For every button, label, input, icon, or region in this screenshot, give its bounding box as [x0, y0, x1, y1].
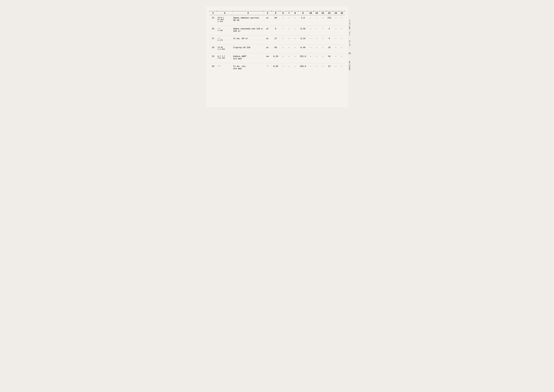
- row-col12: –: [320, 53, 326, 62]
- side-label-mid: (у.1): [349, 40, 351, 46]
- header-col-8: 8: [292, 11, 298, 15]
- page: I 2 3 4 5 6 7 8 9 IO II I2 I3 I4 I5: [206, 6, 348, 107]
- row-id: I8: [209, 44, 217, 52]
- row-col14: –: [333, 53, 339, 62]
- row-col10: –: [308, 35, 314, 43]
- table-row: 20–"–То же, сеч. 3х4 мм2"0,05–––268,0–––…: [209, 63, 345, 72]
- row-col9: 268,0: [298, 63, 308, 72]
- row-col15: –: [339, 53, 345, 62]
- row-col10: –: [308, 53, 314, 62]
- row-col7: –: [286, 35, 292, 43]
- row-id: I6: [209, 26, 217, 34]
- row-col7: –: [286, 53, 292, 62]
- row-col8: –: [292, 35, 298, 43]
- row-col15: –: [339, 35, 345, 43]
- row-col9: 0,40: [298, 44, 308, 52]
- row-col14: –: [333, 44, 339, 52]
- row-col12: –: [320, 35, 326, 43]
- row-unit: км: [264, 53, 271, 62]
- side-label-num2: 18078-05: [349, 61, 351, 70]
- row-col13: I32: [326, 15, 333, 24]
- row-col12: –: [320, 26, 326, 34]
- row-desc: То же, сеч. 3х4 мм2: [232, 63, 264, 72]
- row-ref: –"– п.I75: [217, 35, 232, 43]
- row-col9: I8I,0: [298, 53, 308, 62]
- header-col-7: 7: [286, 11, 292, 15]
- row-unit: ": [264, 63, 271, 72]
- spacer-row: [209, 52, 345, 53]
- table-container: I 2 3 4 5 6 7 8 9 IO II I2 I3 I4 I5: [209, 11, 345, 73]
- spacer-row: [209, 43, 345, 44]
- row-col6: –: [280, 53, 286, 62]
- row-id: I9: [209, 53, 217, 62]
- row-col11: –: [314, 15, 320, 24]
- row-col10: –: [308, 26, 314, 34]
- row-col15: –: [339, 15, 345, 24]
- row-col15: –: [339, 26, 345, 34]
- header-col-15: I5: [339, 11, 345, 15]
- header-col-2: 2: [217, 11, 232, 15]
- header-col-4: 4: [264, 11, 271, 15]
- row-col13: 26: [326, 44, 333, 52]
- row-col8: –: [292, 15, 298, 24]
- row-col5: 66: [271, 15, 280, 24]
- header-col-5: 5: [271, 11, 280, 15]
- table-row: I8I6-08 п.6-003Стартер СК-220шт66–––0,40…: [209, 44, 345, 52]
- row-col7: –: [286, 26, 292, 34]
- row-col8: –: [292, 26, 298, 34]
- spacer-row: [209, 24, 345, 26]
- spacer-row: [209, 62, 345, 63]
- header-col-11: II: [314, 11, 320, 15]
- row-desc: Стартер СК-220: [232, 44, 264, 52]
- row-col12: –: [320, 44, 326, 52]
- table-body: I5Сб.№ I МТ-092 п.329Лампа люминес-центн…: [209, 15, 345, 73]
- main-table: I 2 3 4 5 6 7 8 9 IO II I2 I3 I4 I5: [209, 11, 345, 73]
- table-row: I9Ц.I ч.У стр.I00Кабель АВРГ 2х4 мм2км0,…: [209, 53, 345, 62]
- row-unit: шт: [264, 15, 271, 24]
- row-col12: –: [320, 15, 326, 24]
- row-col15: –: [339, 63, 345, 72]
- row-col14: –: [333, 26, 339, 34]
- row-col5: 66: [271, 44, 280, 52]
- row-col11: –: [314, 35, 320, 43]
- row-col13: 36: [326, 53, 333, 62]
- row-col14: –: [333, 35, 339, 43]
- row-id: I5: [209, 15, 217, 24]
- row-col9: 0,I8: [298, 35, 308, 43]
- row-col13: I3: [326, 63, 333, 72]
- row-col7: –: [286, 44, 292, 52]
- row-col8: –: [292, 63, 298, 72]
- row-col9: 0,30: [298, 26, 308, 34]
- spacer-row: [209, 34, 345, 35]
- row-desc: Лампа люминес-центная ЛБ-40: [232, 15, 264, 24]
- row-col12: –: [320, 63, 326, 72]
- side-labels: Т.п. 30Т-11-2 (у.1) 51 18078-05: [349, 20, 351, 70]
- header-col-14: I4: [333, 11, 339, 15]
- row-col8: –: [292, 53, 298, 62]
- row-col5: 6: [271, 26, 280, 34]
- row-col10: –: [308, 63, 314, 72]
- row-col5: 27: [271, 35, 280, 43]
- row-ref: –"–: [217, 63, 232, 72]
- row-col11: –: [314, 26, 320, 34]
- row-col14: –: [333, 63, 339, 72]
- row-col15: –: [339, 44, 345, 52]
- row-col7: –: [286, 63, 292, 72]
- row-col10: –: [308, 15, 314, 24]
- row-col11: –: [314, 63, 320, 72]
- row-col7: –: [286, 15, 292, 24]
- header-col-6: 6: [280, 11, 286, 15]
- table-row: I6–"– п.I85Лампа накалива-ния 220 в IOO …: [209, 26, 345, 34]
- row-col6: –: [280, 44, 286, 52]
- row-col6: –: [280, 26, 286, 34]
- table-row: I7–"– п.I75То же, 60 втшт27–––0,I8–––5––: [209, 35, 345, 43]
- row-unit: шт: [264, 35, 271, 43]
- row-unit: шт: [264, 26, 271, 34]
- header-col-9: 9: [298, 11, 308, 15]
- row-col9: 2,0: [298, 15, 308, 24]
- side-label-top: Т.п. 30Т-11-2: [349, 20, 351, 35]
- row-ref: Ц.I ч.У стр.I00: [217, 53, 232, 62]
- row-id: 20: [209, 63, 217, 72]
- row-id: I7: [209, 35, 217, 43]
- header-col-13: I3: [326, 11, 333, 15]
